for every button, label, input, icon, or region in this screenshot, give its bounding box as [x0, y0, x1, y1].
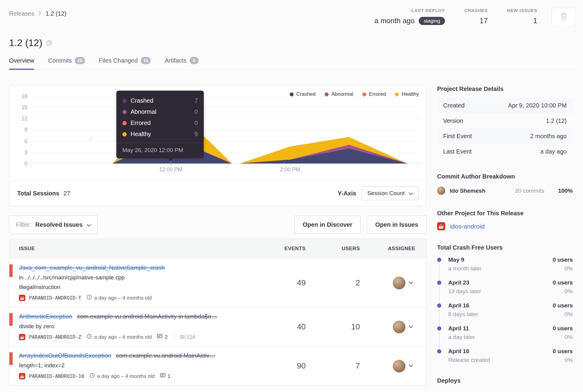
legend-item-abnormal[interactable]: Abnormal: [325, 91, 353, 97]
issue-subtitle: IllegalInstruction: [19, 284, 260, 291]
issue-row: Java_com_example_vu_android_NativeSample…: [9, 258, 426, 307]
timeline-subtitle: 6 days later: [448, 311, 478, 318]
breadcrumb-current: 1.2 (12): [46, 10, 66, 17]
assignee-avatar[interactable]: [393, 277, 405, 289]
issue-title-link[interactable]: Java_com_example_vu_android_NativeSample…: [19, 264, 165, 271]
issue-culprit: com.example.vu.android.MainActiv…: [116, 352, 216, 359]
issue-title-link[interactable]: ArithmeticException: [19, 313, 72, 320]
tab-commits[interactable]: Commits20: [48, 57, 85, 70]
tab-count-badge: 20: [75, 57, 85, 64]
timeline-date: April 16: [448, 302, 478, 309]
total-sessions-value: 27: [64, 190, 70, 197]
timeline-users: 0 users: [553, 302, 573, 309]
section-heading: Other Project for This Release: [437, 210, 573, 217]
y-axis-select[interactable]: Session Count: [361, 186, 418, 200]
environment-badge: staging: [419, 17, 445, 25]
issue-comments: 2: [157, 334, 167, 341]
java-project-icon: ☕: [19, 334, 25, 340]
delete-release-button[interactable]: [552, 8, 576, 26]
legend-item-errored[interactable]: Errored: [362, 91, 386, 97]
issue-short-id[interactable]: PARANOID-ANDROID-T: [29, 295, 81, 301]
external-issue-ref: SI-124: [180, 334, 195, 340]
issues-filter-dropdown[interactable]: Filter: Resolved Issues: [9, 215, 98, 234]
issue-users-count: 2: [306, 278, 360, 288]
tooltip-series-dot: [122, 121, 127, 125]
legend-item-crashed[interactable]: Crashed: [290, 91, 316, 97]
timeline-item-values: 0 users0%: [553, 279, 573, 295]
y-axis-tick-label: 15: [9, 104, 27, 111]
issue-subtitle: divide by zero: [19, 323, 260, 330]
details-label: Created: [443, 102, 465, 109]
tab-artifacts[interactable]: Artifacts0: [165, 57, 198, 70]
legend-dot: [290, 92, 294, 96]
timeline-date: April 23: [448, 279, 481, 286]
issue-meta-row: ☕PARANOID-ANDROID-Ta day ago – 4 months …: [19, 294, 260, 301]
chevron-down-icon[interactable]: [409, 282, 413, 284]
legend-label: Abnormal: [331, 91, 353, 97]
clock-icon: [90, 373, 95, 380]
timeline-users: 0 users: [553, 348, 573, 355]
issue-title-line: ArithmeticExceptioncom.example.vu.androi…: [19, 313, 260, 320]
content: CrashedAbnormalErroredHealthy 0369121518…: [9, 86, 576, 392]
timeline-item-values: 0 users0%: [553, 302, 573, 318]
timeline-item-labels: May 9a month later: [448, 257, 482, 272]
issue-title-line: Java_com_example_vu_android_NativeSample…: [19, 264, 260, 271]
chart-tooltip-date: May 26, 2020 12:00 PM: [116, 143, 204, 158]
legend-item-healthy[interactable]: Healthy: [395, 91, 419, 97]
chart-hover-value-label: 0: [90, 136, 92, 142]
timeline-dot: [437, 349, 441, 353]
x-axis-tick-mark: [290, 163, 291, 166]
stat-crashes: CRASHES17: [464, 8, 488, 25]
timeline-item-labels: April 2313 days later: [448, 279, 481, 295]
stat-label: LAST DEPLOY: [374, 8, 445, 13]
tooltip-series-dot: [122, 110, 127, 114]
open-in-discover-button[interactable]: Open in Discover: [294, 216, 361, 234]
issue-row: ArrayIndexOutOfBoundsExceptioncom.exampl…: [9, 346, 426, 385]
issue-title-link[interactable]: ArrayIndexOutOfBoundsException: [19, 352, 111, 359]
copy-version-button[interactable]: [46, 40, 52, 47]
title-row: 1.2 (12): [9, 37, 576, 48]
release-detail-page: Releases 1.2 (12) LAST DEPLOYa month ago…: [0, 0, 583, 392]
timeline-subtitle: a month later: [448, 265, 482, 272]
crash-free-timeline-item: April 166 days later0 users0%: [437, 302, 573, 318]
issue-meta-row: ☕PARANOID-ANDROID-10a day ago – 4 months…: [19, 373, 260, 380]
issue-assignee: [360, 321, 426, 333]
details-label: First Event: [443, 133, 472, 140]
sessions-chart-card: CrashedAbnormalErroredHealthy 0369121518…: [9, 86, 427, 206]
open-in-issues-button[interactable]: Open in Issues: [367, 216, 427, 234]
filter-value: Resolved Issues: [35, 221, 83, 228]
timeline-users: 0 users: [553, 257, 573, 263]
section-heading: Total Crash Free Users: [437, 244, 573, 251]
timeline-subtitle: 13 days later: [448, 288, 481, 295]
details-row-created: CreatedApr 9, 2020 10:00 PM: [437, 98, 573, 113]
timeline-item-values: 0 users0%: [553, 325, 573, 341]
assignee-avatar[interactable]: [393, 360, 405, 372]
timeline-percent: 0%: [553, 357, 573, 363]
timeline-date: April 11: [448, 325, 475, 332]
issue-age: a day ago – 4 months old: [87, 294, 152, 301]
issue-title-line: ArrayIndexOutOfBoundsExceptioncom.exampl…: [19, 352, 260, 359]
crash-free-timeline-item: April 2313 days later0 users0%: [437, 279, 573, 295]
author-name: Ido Shemesh: [450, 188, 485, 194]
sessions-area-chart[interactable]: [32, 90, 421, 164]
legend-label: Errored: [369, 91, 386, 97]
trash-icon: [560, 12, 568, 22]
details-value: Apr 9, 2020 10:00 PM: [508, 102, 567, 109]
other-project-link[interactable]: idos-android: [450, 223, 485, 230]
issues-table-body: Java_com_example_vu_android_NativeSample…: [9, 258, 426, 385]
timeline-percent: 0%: [553, 288, 573, 295]
stat-label: CRASHES: [464, 8, 488, 13]
tab-files-changed[interactable]: Files Changed14: [99, 57, 151, 70]
assignee-avatar[interactable]: [393, 321, 405, 333]
tooltip-series-value: 0: [194, 108, 198, 115]
legend-dot: [362, 92, 366, 96]
issue-short-id[interactable]: PARANOID-ANDROID-Z: [29, 334, 81, 340]
chevron-down-icon[interactable]: [409, 325, 413, 328]
chevron-down-icon[interactable]: [409, 365, 413, 367]
issue-short-id[interactable]: PARANOID-ANDROID-10: [29, 373, 84, 379]
details-row-last-event: Last Eventa day ago: [437, 144, 573, 159]
commit-author-breakdown-section: Commit Author Breakdown Ido Shemesh20 co…: [437, 173, 573, 196]
tab-overview[interactable]: Overview: [9, 57, 34, 70]
breadcrumb-releases-link[interactable]: Releases: [9, 10, 34, 17]
column-header-issue: ISSUE: [19, 246, 260, 252]
